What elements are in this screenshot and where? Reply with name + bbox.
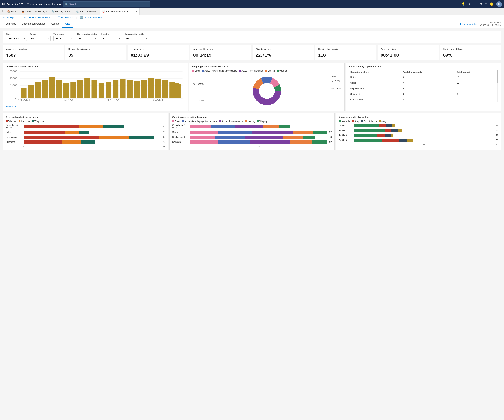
emoji-icon[interactable]: 🙂 — [490, 2, 493, 6]
tab-summary[interactable]: Summary — [3, 20, 19, 28]
top-nav: ⊞ Dynamics 365 | Customer service worksp… — [0, 0, 504, 8]
main-content: Time Last 24 hrs Last 7 days Last 30 day… — [0, 28, 504, 153]
avg-handle-legend: Talk time Hold time Wrap time — [6, 120, 165, 123]
app-grid-icon[interactable]: ⊞ — [2, 2, 5, 6]
kpi-conv-in-queue: Conversations in queue 35 — [65, 45, 126, 60]
svg-rect-13 — [49, 77, 55, 98]
table-row: Cancellation810 — [349, 97, 498, 102]
sidebar-toggle[interactable]: ☰ — [1, 10, 4, 13]
svg-rect-32 — [177, 83, 181, 98]
svg-rect-17 — [78, 80, 83, 98]
pause-updates-label: Pause updates — [462, 23, 477, 25]
chart-row-1: Voice conversations over time 300 200 10… — [3, 63, 501, 111]
tab-home[interactable]: 🏠 Home — [5, 8, 19, 15]
search-icon: 🔍 — [65, 3, 68, 6]
filter-direction-select[interactable]: All — [101, 36, 122, 41]
list-item: Profile 328 — [339, 134, 498, 137]
ongoing-status-chart: Ongoing conversations by status Open Act… — [189, 63, 344, 111]
donut-chart-area: 9 (7.62%) 13 (11.01%) 16 (13.55%) 17 (14… — [192, 73, 342, 108]
list-item: Profile 129 — [339, 124, 498, 127]
kpi-5-label: Ongoing Conversation — [318, 48, 373, 51]
filter-queue-select[interactable]: All — [30, 36, 51, 41]
filter-skills-label: Conversation skills — [125, 33, 149, 35]
ongoing-queue-title: Ongoing conversation by queue — [172, 116, 331, 118]
agent-avail-x-axis: 050100 — [339, 143, 498, 146]
avail-col-available: Available capacity — [401, 70, 455, 75]
chart-icon: 📊 — [102, 10, 105, 13]
oq-legend-waiting: Waiting — [246, 120, 255, 123]
ongoing-status-title: Ongoing conversations by status — [192, 65, 342, 68]
toolbar: ✏ Edit report | ↩ Checkout default repor… — [0, 15, 504, 20]
last-updated: Last updated 7/14/2022 5:08: 15 PM — [480, 22, 501, 26]
filter-queue: Queue All — [30, 33, 51, 41]
nav-icons: 💡 ＋ ☰ ⚙ ? 🙂 U — [461, 1, 502, 7]
svg-rect-22 — [113, 80, 118, 98]
bookmarks-btn[interactable]: ☰ Bookmarks — [58, 16, 72, 19]
checkout-report-btn[interactable]: ↩ Checkout default report — [24, 16, 50, 19]
chart-row-2: Average handle time by queue Talk time H… — [3, 113, 501, 150]
list-item: Replacement95 — [6, 136, 165, 139]
scrollbar-thumb[interactable] — [497, 70, 498, 83]
legend-inconvo-color — [239, 70, 241, 72]
svg-rect-27 — [148, 78, 154, 98]
svg-rect-25 — [134, 82, 140, 98]
svg-rect-14 — [56, 80, 62, 98]
pause-updates-btn[interactable]: ⏸ Pause updates — [459, 23, 477, 25]
edit-report-btn[interactable]: ✏ Edit report — [3, 16, 16, 19]
tab-voice[interactable]: Voice — [62, 20, 73, 28]
svg-rect-12 — [42, 80, 48, 98]
legend-talk: Talk time — [6, 120, 17, 123]
filter-time-label: Time — [6, 33, 27, 35]
list-item: Cancellation/ Refund35 — [6, 124, 165, 129]
donut-label-inconvo: 63 (53.38%) — [331, 87, 341, 89]
ongoing-queue-x-axis: 050100 — [172, 145, 331, 148]
filter-direction: Direction All — [101, 33, 122, 41]
kpi-1-label: Conversations in queue — [68, 48, 123, 51]
avail-col-total: Total capacity — [455, 70, 498, 75]
list-item: Replacement48 — [172, 136, 331, 139]
avatar[interactable]: U — [496, 1, 502, 7]
filter-time-select[interactable]: Last 24 hrs Last 7 days Last 30 days — [6, 36, 27, 41]
availability-table: Capacity profile ↑ Available capacity To… — [349, 70, 498, 102]
tab-inbox[interactable]: 📥 Inbox — [19, 8, 33, 15]
tab-fix-dryer[interactable]: ✏ Fix dryer — [33, 8, 49, 15]
tab-close-icon[interactable]: ✕ — [136, 10, 137, 12]
legend-talk-color — [6, 120, 7, 122]
filter-skills-select[interactable]: All — [125, 36, 149, 41]
menu-icon[interactable]: ☰ — [474, 2, 477, 6]
add-icon[interactable]: ＋ — [468, 2, 471, 6]
svg-text:11PM: 11PM — [107, 99, 119, 101]
aa-legend-busy: Busy — [352, 120, 359, 123]
kpi-6-value: 00:41:00 — [381, 53, 436, 58]
kpi-avg-handle: Avg.handle time 00:41:00 — [378, 45, 439, 60]
tab-real-time[interactable]: 📊 Real time omnichannel an... ✕ — [100, 8, 140, 15]
filter-timezone-select[interactable]: GMT-08:00 — [53, 36, 74, 41]
scrollbar-track[interactable] — [497, 70, 498, 102]
svg-rect-28 — [155, 79, 161, 98]
lightbulb-icon[interactable]: 💡 — [461, 2, 465, 6]
settings-icon[interactable]: ⚙ — [480, 2, 482, 6]
app-subtitle: Customer service workspace — [27, 3, 61, 6]
list-item: Sales20 — [6, 131, 165, 134]
filter-conv-status-label: Conversation status — [77, 33, 98, 35]
tab-item-defective[interactable]: 📎 Item defective o... — [74, 8, 100, 15]
availability-chart: Availability by capacity profiles Capaci… — [346, 63, 501, 111]
update-bookmark-btn[interactable]: 🔄 Update bookmark — [80, 16, 102, 19]
donut-label-awaiting: 16 (13.55%) — [193, 83, 204, 85]
filter-queue-label: Queue — [30, 33, 51, 35]
tab-ongoing-conv[interactable]: Ongoing conversation — [19, 20, 48, 28]
kpi-ongoing-conv: Ongoing Conversation 118 — [315, 45, 376, 60]
help-icon[interactable]: ? — [485, 2, 487, 6]
kpi-incoming-conv: Incoming conversation 4587 — [3, 45, 64, 60]
brand-sep: | — [25, 3, 25, 6]
filter-timezone-label: Time zone — [53, 33, 74, 35]
search-bar[interactable]: 🔍 Search — [63, 1, 150, 7]
tab-missing-product[interactable]: 📎 Missing Product — [49, 8, 74, 15]
oq-legend-awaiting: Active - Awaiting agent acceptance — [182, 120, 217, 123]
filter-conv-status-select[interactable]: All — [77, 36, 98, 41]
toolbar-sep3: | — [76, 16, 77, 19]
show-more-link[interactable]: Show more — [6, 105, 17, 108]
tab-agents[interactable]: Agents — [48, 20, 62, 28]
filters-bar: Time Last 24 hrs Last 7 days Last 30 day… — [3, 31, 501, 43]
app-name: Dynamics 365 — [7, 3, 24, 6]
